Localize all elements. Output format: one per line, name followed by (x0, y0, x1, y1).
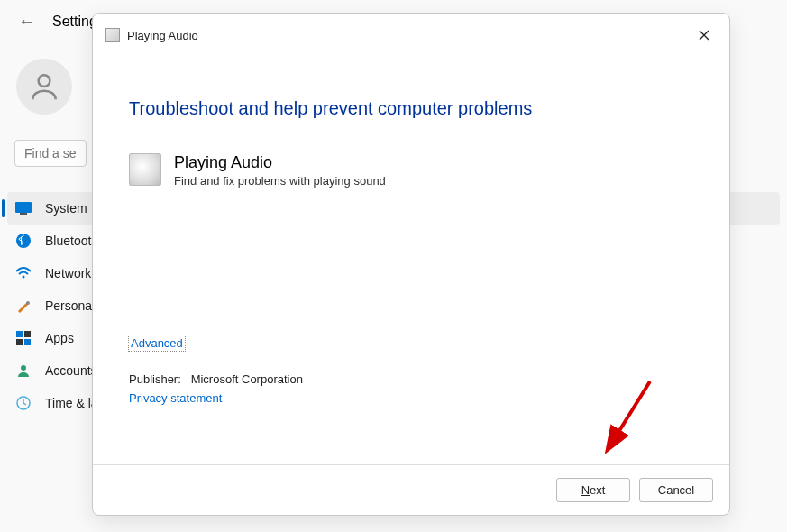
svg-rect-1 (15, 202, 32, 213)
svg-point-5 (26, 301, 30, 305)
svg-rect-7 (24, 331, 31, 337)
brush-icon (14, 297, 32, 315)
wifi-icon (14, 264, 32, 282)
svg-point-4 (23, 276, 25, 279)
apps-icon (14, 329, 32, 347)
next-button[interactable]: Next (556, 478, 630, 502)
bluetooth-icon (14, 232, 32, 250)
person-icon (14, 362, 32, 380)
avatar[interactable] (16, 59, 72, 115)
sidebar-item-label: Apps (45, 331, 74, 345)
svg-rect-6 (16, 331, 23, 337)
sidebar-item-label: System (45, 201, 87, 216)
cancel-button[interactable]: Cancel (639, 478, 713, 502)
item-title: Playing Audio (174, 153, 386, 172)
publisher-label: Publisher: (129, 372, 181, 386)
advanced-link[interactable]: Advanced (129, 335, 185, 351)
close-button[interactable] (691, 23, 717, 48)
troubleshooter-dialog: Playing Audio Troubleshoot and help prev… (92, 13, 730, 516)
svg-rect-9 (24, 339, 31, 345)
dialog-heading: Troubleshoot and help prevent computer p… (129, 98, 693, 119)
svg-point-10 (21, 365, 26, 371)
clock-icon (14, 394, 32, 412)
troubleshooter-icon (105, 28, 120, 42)
item-description: Find and fix problems with playing sound (174, 174, 386, 188)
speaker-icon (129, 153, 161, 186)
sidebar-item-label: Accounts (45, 363, 97, 378)
back-arrow-icon[interactable]: ← (18, 11, 36, 32)
dialog-window-title: Playing Audio (127, 29, 198, 42)
svg-point-0 (39, 75, 50, 87)
privacy-statement-link[interactable]: Privacy statement (129, 391, 222, 405)
svg-rect-2 (20, 213, 27, 215)
search-input[interactable] (14, 140, 87, 167)
monitor-icon (14, 199, 32, 217)
publisher-value: Microsoft Corporation (191, 372, 303, 386)
svg-rect-8 (16, 339, 23, 345)
